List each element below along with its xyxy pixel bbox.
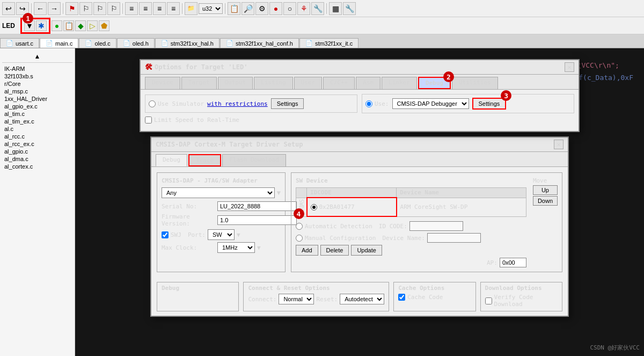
manual-config-radio[interactable] [296, 235, 303, 242]
target-select[interactable]: u32 [199, 3, 223, 14]
tab-hal-conf[interactable]: 📄 stm32f1xx_hal_conf.h [220, 38, 299, 48]
cache-code-checkbox[interactable] [398, 294, 405, 301]
toolbar-btn-flag4[interactable]: ⚐ [107, 2, 120, 15]
tab-linker[interactable]: Linker [382, 77, 417, 89]
move-down-btn[interactable]: Down [533, 196, 558, 206]
max-clock-select[interactable]: 1MHz [217, 242, 255, 253]
toolbar-btn-forward[interactable]: → [48, 2, 61, 15]
tab-hal-it[interactable]: 📄 stm32f1xx_it.c [299, 38, 358, 48]
verify-download-checkbox[interactable] [485, 297, 492, 304]
col-idcode: IDCODE [307, 188, 397, 198]
toolbar-btn-flag[interactable]: ⚑ [65, 2, 78, 15]
swj-checkbox[interactable] [162, 231, 169, 238]
tab-user[interactable]: User [294, 77, 323, 89]
toolbar-btn-t5[interactable]: ◆ [75, 20, 86, 31]
sidebar-item-11[interactable]: al_gpio.c [2, 148, 72, 155]
sidebar-item-0[interactable]: IK-ARM [2, 65, 72, 72]
tab-utilities[interactable]: Utilities [452, 77, 498, 89]
tab-main[interactable]: 📄 main.c [40, 38, 78, 48]
sidebar-item-7[interactable]: al_tim_ex.c [2, 118, 72, 125]
toolbar-btn-align1[interactable]: ≡ [125, 2, 138, 15]
sw-device-title: SW Device [296, 177, 526, 184]
tab-target[interactable]: Target [181, 77, 217, 89]
serial-no-input[interactable] [217, 201, 297, 211]
sidebar-item-4[interactable]: 1xx_HAL_Driver [2, 95, 72, 103]
options-close-btn[interactable]: ✕ [565, 62, 574, 72]
inner-tab-flash[interactable]: Flash Download [222, 154, 286, 166]
toolbar-btn-t6[interactable]: ▷ [87, 20, 98, 31]
tab-output[interactable]: Output [218, 77, 253, 89]
toolbar-btn-flag3[interactable]: ⚐ [93, 2, 106, 15]
id-code-input[interactable] [409, 221, 463, 231]
toolbar-btn-misc3[interactable]: ⚙ [255, 2, 268, 15]
move-up-btn[interactable]: Up [533, 185, 558, 195]
project-label: LED [2, 22, 15, 30]
toolbar-btn-t4[interactable]: 📋 [63, 20, 74, 31]
adapter-select[interactable]: Any [162, 187, 275, 198]
sidebar-item-10[interactable]: al_rcc_ex.c [2, 140, 72, 148]
simulator-radio[interactable] [149, 100, 156, 107]
reset-select[interactable]: Autodetect [340, 294, 384, 304]
inner-tab-debug[interactable]: Debug [156, 154, 187, 166]
tab-usart[interactable]: 📄 usart.c [0, 38, 39, 48]
inner-dialog-close-btn[interactable]: ✕ [554, 140, 564, 149]
sidebar-item-6[interactable]: al_tim.c [2, 110, 72, 118]
sidebar-item-5[interactable]: al_gpio_ex.c [2, 103, 72, 110]
editor-area[interactable]: 火VCC\r\n"; bf(c_Data),0xF CSDN @好家伙VCC 🛠… [75, 48, 644, 356]
toolbar-btn-align3[interactable]: ≡ [153, 2, 166, 15]
tab-usart-icon: 📄 [6, 40, 13, 47]
swj-row: SWJ Port: SW ▼ [162, 229, 281, 240]
connect-select[interactable]: Normal [279, 294, 314, 304]
device-name-input[interactable] [427, 233, 481, 243]
sidebar-item-13[interactable]: al_cortex.c [2, 163, 72, 170]
toolbar-btn-undo[interactable]: ↩ [2, 2, 15, 15]
auto-detect-radio[interactable] [296, 223, 303, 230]
toolbar-btn-misc5[interactable]: ○ [283, 2, 296, 15]
toolbar-btn-t2[interactable]: ✱ [36, 20, 47, 31]
sidebar-item-12[interactable]: al_dma.c [2, 155, 72, 163]
limit-speed-checkbox[interactable] [145, 117, 152, 123]
update-btn[interactable]: Update [351, 245, 382, 256]
inner-tab-trace[interactable]: Trace [188, 154, 221, 166]
firmware-input[interactable] [217, 215, 297, 225]
tab-listing[interactable]: Listing [254, 77, 292, 89]
restrictions-link[interactable]: with restrictions [207, 100, 268, 107]
ap-input[interactable] [500, 258, 526, 267]
toolbar-btn-misc7[interactable]: 🔧 [311, 2, 324, 15]
add-btn[interactable]: Add [296, 245, 318, 256]
sidebar-item-8[interactable]: al.c [2, 125, 72, 133]
toolbar-btn-t7[interactable]: ⬟ [99, 20, 109, 31]
inner-dialog-body: CMSIS-DAP - JTAG/SW Adapter Any ▼ Serial… [151, 167, 568, 278]
toolbar-btn-align4[interactable]: ≡ [167, 2, 180, 15]
sidebar-item-1[interactable]: 32f103xb.s [2, 72, 72, 80]
toolbar-btn-t3[interactable]: ● [52, 20, 62, 31]
use-radio[interactable] [365, 100, 372, 107]
sidebar-item-2[interactable]: r/Core [2, 80, 72, 88]
sidebar-scroll-up[interactable]: ▲ [34, 53, 41, 60]
toolbar-btn-flag2[interactable]: ⚐ [79, 2, 92, 15]
tab-hal[interactable]: 📄 stm32f1xx_hal.h [155, 38, 219, 48]
toolbar-btn-misc6[interactable]: ⚘ [297, 2, 310, 15]
toolbar-btn-misc4[interactable]: ● [269, 2, 282, 15]
sidebar-item-9[interactable]: al_rcc.c [2, 133, 72, 140]
port-select[interactable]: SW [208, 229, 235, 240]
tab-oled-c-icon: 📄 [85, 40, 92, 47]
tab-debug[interactable]: Debug 2 [418, 77, 451, 89]
settings-btn1[interactable]: Settings [271, 98, 304, 109]
toolbar-btn-settings[interactable]: 🔧 [343, 2, 356, 15]
sidebar-item-3[interactable]: al_msp.c [2, 88, 72, 95]
toolbar-btn-back[interactable]: ← [34, 2, 47, 15]
debugger-select[interactable]: CMSIS-DAP Debugger [392, 98, 469, 109]
toolbar-btn-align2[interactable]: ≡ [139, 2, 152, 15]
tab-oled-h[interactable]: 📄 oled.h [117, 38, 155, 48]
tab-cpp[interactable]: C/C++ [323, 77, 355, 89]
toolbar-btn-misc1[interactable]: 📋 [228, 2, 240, 15]
delete-btn[interactable]: Delete [320, 245, 349, 256]
toolbar-btn-misc2[interactable]: 🔎 [241, 2, 254, 15]
tab-asm[interactable]: Asm [356, 77, 380, 89]
toolbar-btn-view[interactable]: ▦ [329, 2, 342, 15]
tab-oled-c[interactable]: 📄 oled.c [79, 38, 116, 48]
tab-device[interactable]: Device [145, 77, 180, 89]
settings-btn2[interactable]: Settings [472, 98, 507, 110]
idcode-radio[interactable] [311, 204, 317, 210]
